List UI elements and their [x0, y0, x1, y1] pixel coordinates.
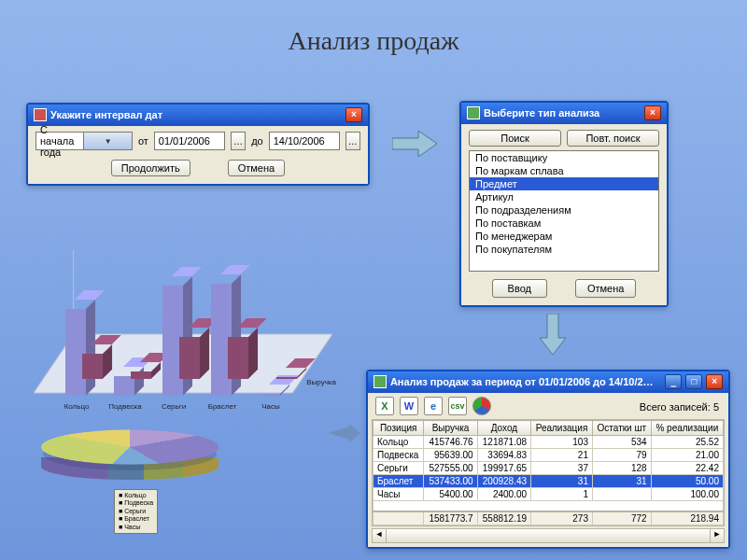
column-header[interactable]: % реализации	[651, 421, 723, 436]
word-icon[interactable]: W	[400, 397, 418, 415]
x-category-label: Браслет	[198, 402, 247, 411]
svg-marker-0	[392, 131, 437, 157]
table-row[interactable]: Часы5400.002400.001100.00	[374, 488, 724, 501]
table-row[interactable]: Браслет537433.00200928.43313150.00	[374, 475, 724, 488]
from-date-input[interactable]	[154, 132, 225, 150]
scroll-left-icon[interactable]: ◄	[373, 529, 387, 542]
svg-marker-4	[329, 424, 360, 442]
date-preset-dropdown[interactable]: С начала года ▼	[35, 132, 133, 150]
analysis-type-list[interactable]: По поставщикуПо маркам сплаваПредметАрти…	[469, 150, 659, 272]
column-header[interactable]: Позиция	[374, 421, 424, 436]
x-category-label: Подвеска	[101, 402, 149, 411]
list-item[interactable]: По поставкам	[470, 217, 658, 230]
cancel-button[interactable]: Отмена	[228, 160, 285, 176]
app-icon	[467, 106, 480, 119]
column-header[interactable]: Выручка	[424, 421, 477, 436]
list-item[interactable]: Артикул	[470, 190, 658, 203]
column-header[interactable]: Реализация	[531, 421, 593, 436]
window-title: Укажите интервал дат	[50, 109, 162, 120]
column-header[interactable]: Доход	[477, 421, 530, 436]
ie-icon[interactable]: e	[424, 397, 443, 415]
app-icon	[374, 375, 387, 388]
legend-item: ■ Кольцо	[119, 492, 153, 499]
list-item[interactable]: По маркам сплава	[470, 164, 658, 177]
to-date-picker-button[interactable]: …	[345, 132, 360, 150]
window-title: Выберите тип анализа	[484, 107, 599, 119]
maximize-icon[interactable]: □	[685, 374, 702, 389]
window-title: Анализ продаж за период от 01/01/2006 до…	[390, 376, 658, 387]
close-icon[interactable]: ×	[706, 374, 723, 389]
date-interval-dialog: Укажите интервал дат × С начала года ▼ о…	[26, 103, 370, 186]
totals-row: 1581773.7558812.19273772218.94	[374, 511, 724, 525]
export-toolbar: X W e csv	[372, 395, 495, 419]
close-icon[interactable]: ×	[644, 105, 661, 120]
legend-item: ■ Часы	[119, 524, 153, 531]
scroll-right-icon[interactable]: ►	[710, 529, 724, 542]
list-item[interactable]: По менеджерам	[470, 230, 658, 243]
total-records-label: Всего записей: 5	[640, 401, 725, 413]
list-item[interactable]: По покупателям	[470, 243, 658, 256]
from-label: от	[138, 135, 148, 147]
close-icon[interactable]: ×	[345, 107, 362, 122]
flow-arrow-right	[392, 131, 437, 157]
page-title: Анализ продаж	[0, 26, 747, 56]
excel-icon[interactable]: X	[375, 397, 394, 415]
analysis-type-dialog: Выберите тип анализа × Поиск Повт. поиск…	[459, 101, 669, 307]
to-label: до	[251, 135, 263, 147]
cancel-button[interactable]: Отмена	[575, 279, 636, 298]
table-row[interactable]: Подвеска95639.0033694.83217921.00	[374, 449, 724, 462]
search-again-button[interactable]: Повт. поиск	[567, 130, 659, 147]
table-row[interactable]: Кольцо415746.76121871.0810353425.52	[374, 436, 724, 449]
bar-legend: Выручка	[306, 378, 336, 386]
column-header[interactable]: Остатки шт	[592, 421, 651, 436]
search-button[interactable]: Поиск	[469, 130, 561, 147]
flow-arrow-small	[329, 424, 360, 442]
flow-arrow-down	[540, 314, 566, 355]
list-item[interactable]: По поставщику	[470, 151, 658, 164]
svg-marker-1	[540, 314, 566, 355]
bar-chart: КольцоПодвескаСерьгиБраслетЧасы Выручка	[34, 250, 332, 418]
report-table[interactable]: ПозицияВыручкаДоходРеализацияОстатки шт%…	[373, 420, 724, 525]
ok-button[interactable]: Ввод	[492, 279, 547, 298]
x-category-label: Серьги	[149, 402, 198, 411]
date-preset-value: С начала года	[36, 124, 83, 158]
x-category-label: Часы	[247, 402, 295, 411]
legend-item: ■ Подвеска	[119, 499, 153, 507]
pie-legend: ■ Кольцо■ Подвеска■ Серьги■ Браслет■ Час…	[114, 489, 158, 534]
continue-button[interactable]: Продолжить	[111, 160, 190, 176]
pie-chart: ■ Кольцо■ Подвеска■ Серьги■ Браслет■ Час…	[41, 414, 256, 545]
chevron-down-icon: ▼	[83, 133, 131, 149]
x-category-label: Кольцо	[52, 402, 101, 411]
table-row[interactable]: Серьги527555.00199917.653712822.42	[374, 462, 724, 475]
app-icon	[34, 108, 47, 121]
from-date-picker-button[interactable]: …	[231, 132, 246, 150]
sales-report-window: Анализ продаж за период от 01/01/2006 до…	[366, 370, 730, 549]
list-item[interactable]: Предмет	[470, 177, 658, 190]
minimize-icon[interactable]: ‗	[665, 374, 682, 389]
pie-icon[interactable]	[472, 397, 491, 415]
to-date-input[interactable]	[269, 132, 340, 150]
list-item[interactable]: По подразделениям	[470, 203, 658, 217]
legend-item: ■ Серьги	[119, 508, 153, 515]
csv-icon[interactable]: csv	[448, 397, 467, 415]
legend-item: ■ Браслет	[119, 515, 153, 523]
